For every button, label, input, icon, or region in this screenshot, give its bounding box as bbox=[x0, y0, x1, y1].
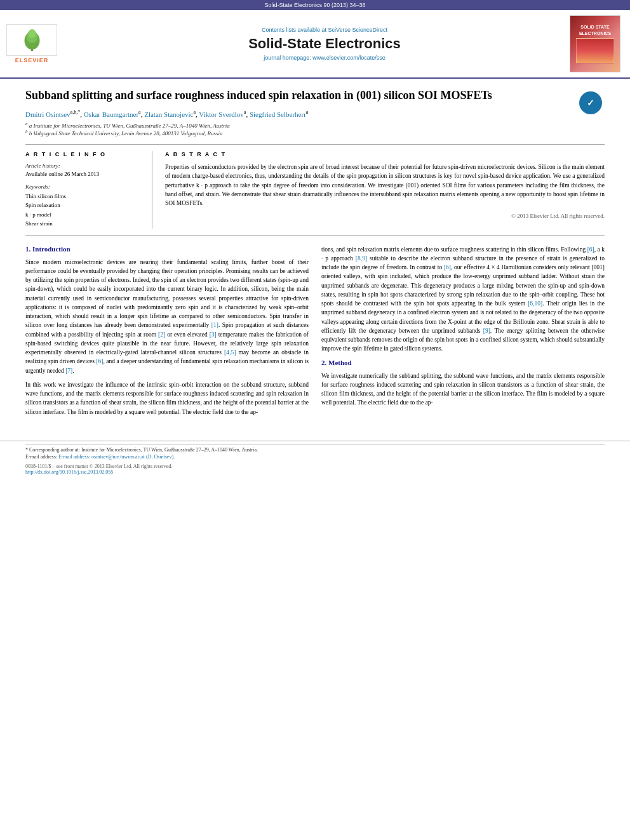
author-stanojevic-sup: a bbox=[193, 109, 196, 115]
keyword-1: Thin silicon films bbox=[25, 192, 142, 201]
author-sverdlov: Viktor Sverdlov bbox=[199, 110, 244, 118]
journal-homepage: journal homepage: www.elsevier.com/locat… bbox=[264, 55, 385, 61]
ref-2: [2] bbox=[158, 331, 165, 338]
crossmark-icon: ✓ bbox=[579, 91, 602, 114]
section1-para2: In this work we investigate the influenc… bbox=[25, 380, 309, 417]
email-label: E-mail address: bbox=[25, 454, 58, 460]
author-baumgartner: Oskar Baumgartner bbox=[84, 110, 138, 118]
ref-3: [3] bbox=[210, 331, 217, 338]
ref-6c: [6] bbox=[444, 264, 451, 270]
elsevier-logo-section: ELSEVIER bbox=[6, 15, 83, 72]
corresponding-text: * Corresponding author at: Institute for… bbox=[25, 447, 258, 453]
body-left-col: 1. Introduction Since modern microelectr… bbox=[25, 245, 309, 422]
article-title: Subband splitting and surface roughness … bbox=[25, 88, 605, 103]
elsevier-graphic bbox=[6, 24, 57, 56]
author-selberherr: Siegfried Selberherr bbox=[250, 110, 306, 118]
journal-cover: SOLID STATEELECTRONICS bbox=[566, 15, 624, 72]
keyword-3: k · p model bbox=[25, 210, 142, 219]
email-footnote: E-mail address: E-mail address: osintsev… bbox=[25, 454, 605, 460]
body-section: 1. Introduction Since modern microelectr… bbox=[25, 245, 605, 422]
body-right-col: tions, and spin relaxation matrix elemen… bbox=[321, 245, 605, 422]
author-selberherr-sup: a bbox=[306, 109, 309, 115]
keyword-2: Spin relaxation bbox=[25, 201, 142, 210]
history-label: Article history: bbox=[25, 163, 142, 169]
section2-para1: We investigate numerically the subband s… bbox=[321, 371, 605, 408]
section1-heading: 1. Introduction bbox=[25, 245, 309, 253]
sciverse-prefix: Contents lists available at bbox=[262, 27, 326, 33]
doi-text[interactable]: http://dx.doi.org/10.1016/j.sse.2013.02.… bbox=[25, 469, 605, 475]
author-stanojevic: Zlatan Stanojevic bbox=[144, 110, 193, 118]
elsevier-wordmark: ELSEVIER bbox=[15, 57, 49, 63]
homepage-url[interactable]: www.elsevier.com/locate/sse bbox=[312, 55, 385, 61]
journal-citation: Solid-State Electronics 90 (2013) 34–38 bbox=[264, 2, 365, 8]
sciverse-link-text[interactable]: SciVerse ScienceDirect bbox=[328, 27, 388, 33]
section1-right-para1: tions, and spin relaxation matrix elemen… bbox=[321, 245, 605, 354]
corresponding-footnote: * Corresponding author at: Institute for… bbox=[25, 444, 605, 453]
info-abstract-section: A R T I C L E I N F O Article history: A… bbox=[25, 144, 605, 236]
author-sverdlov-sup: a bbox=[244, 109, 246, 115]
affil-a-sup: a bbox=[25, 121, 28, 126]
journal-header: ELSEVIER Contents lists available at Sci… bbox=[0, 10, 630, 79]
abstract-text: Properties of semiconductors provided by… bbox=[165, 163, 605, 208]
ref-1: [1] bbox=[211, 322, 218, 328]
author-osintsev-sup: a,b,* bbox=[70, 109, 81, 115]
keywords-list: Thin silicon films Spin relaxation k · p… bbox=[25, 192, 142, 229]
main-content: ✓ Subband splitting and surface roughnes… bbox=[0, 79, 630, 434]
section1-para1: Since modern microelectronic devices are… bbox=[25, 258, 309, 375]
author-osintsev: Dmitri Osintsev bbox=[25, 110, 70, 118]
copyright-line: © 2013 Elsevier Ltd. All rights reserved… bbox=[165, 213, 605, 219]
footer-section: * Corresponding author at: Institute for… bbox=[0, 441, 630, 478]
ref-7: [7] bbox=[65, 368, 72, 374]
ref-6b: [6] bbox=[587, 246, 594, 253]
ref-8-9: [8,9] bbox=[356, 255, 367, 262]
email-link[interactable]: E-mail address: osintsev@iue.tuwien.ac.a… bbox=[58, 454, 175, 460]
ref-4-5: [4,5] bbox=[224, 349, 236, 356]
homepage-label: journal homepage: bbox=[264, 55, 311, 61]
cover-title: SOLID STATEELECTRONICS bbox=[579, 24, 611, 36]
abstract-section: A B S T R A C T Properties of semiconduc… bbox=[165, 151, 605, 229]
journal-title: Solid-State Electronics bbox=[248, 36, 401, 52]
affiliation-a: a a Institute for Microelectronics, TU W… bbox=[25, 121, 605, 129]
elsevier-logo: ELSEVIER bbox=[6, 24, 57, 63]
issn-text: 0038-1101/$ – see front matter © 2013 El… bbox=[25, 463, 605, 469]
abstract-label: A B S T R A C T bbox=[165, 151, 605, 157]
section2-heading: 2. Method bbox=[321, 359, 605, 366]
cover-decoration bbox=[576, 38, 614, 63]
history-value: Available online 26 March 2013 bbox=[25, 171, 142, 177]
authors-line: Dmitri Osintseva,b,*, Oskar Baumgartnera… bbox=[25, 109, 605, 118]
cover-image-graphic: SOLID STATEELECTRONICS bbox=[570, 15, 620, 72]
svg-point-3 bbox=[28, 29, 36, 38]
keywords-label: Keywords: bbox=[25, 183, 142, 190]
affiliation-b: b b Volgograd State Technical University… bbox=[25, 129, 605, 137]
keyword-4: Shear strain bbox=[25, 219, 142, 228]
ref-6: [6] bbox=[96, 358, 103, 364]
elsevier-tree-icon bbox=[21, 28, 43, 52]
sciverse-info: Contents lists available at SciVerse Sci… bbox=[262, 27, 387, 33]
article-info-label: A R T I C L E I N F O bbox=[25, 151, 142, 157]
ref-6-10: [6,10] bbox=[528, 300, 542, 307]
article-info: A R T I C L E I N F O Article history: A… bbox=[25, 151, 152, 229]
ref-9b: [9] bbox=[483, 328, 490, 334]
author-baumgartner-sup: a bbox=[138, 109, 141, 115]
affiliations: a a Institute for Microelectronics, TU W… bbox=[25, 121, 605, 137]
svg-text:✓: ✓ bbox=[587, 98, 594, 108]
crossmark-badge[interactable]: ✓ bbox=[579, 91, 605, 117]
title-section: ✓ Subband splitting and surface roughnes… bbox=[25, 88, 605, 103]
journal-title-section: Contents lists available at SciVerse Sci… bbox=[89, 15, 560, 72]
affil-b-sup: b bbox=[25, 129, 28, 134]
issn-line: 0038-1101/$ – see front matter © 2013 El… bbox=[25, 463, 605, 475]
top-bar: Solid-State Electronics 90 (2013) 34–38 bbox=[0, 0, 630, 10]
